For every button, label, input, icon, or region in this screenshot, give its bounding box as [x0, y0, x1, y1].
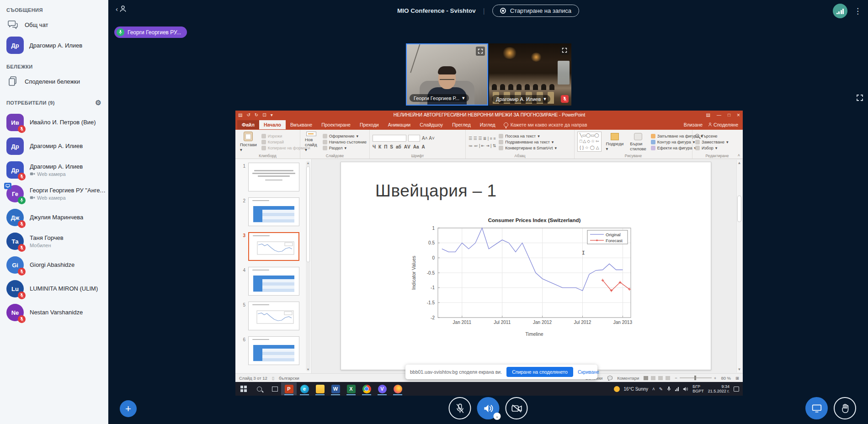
taskbar-app-explorer[interactable]	[312, 382, 328, 395]
user-list-item[interactable]: NeNestan Varshanidze	[0, 301, 108, 324]
layout-button[interactable]: Оформление ▾	[323, 134, 367, 138]
fullscreen-icon[interactable]	[560, 46, 569, 55]
tray-expand-icon[interactable]: ˄	[652, 387, 655, 392]
collapse-ribbon-icon[interactable]: ˄	[738, 153, 740, 158]
user-list-item[interactable]: ДжДжулия Маринчева	[0, 206, 108, 229]
share-button[interactable]: Споделяне	[708, 122, 738, 127]
ppt-tab-Вмъкване[interactable]: Вмъкване	[286, 120, 317, 129]
text-direction-button[interactable]: Посока на текст ▾	[499, 134, 557, 138]
ppt-tab-Проектиране[interactable]: Проектиране	[317, 120, 355, 129]
section-button[interactable]: Раздел ▾	[323, 146, 367, 150]
presentation-fullscreen-icon[interactable]	[856, 94, 863, 101]
font-style-button[interactable]: S	[390, 144, 393, 149]
ppt-tab-Преходи[interactable]: Преходи	[355, 120, 383, 129]
slide-thumbnail-3[interactable]: 3	[240, 232, 305, 261]
comments-label[interactable]: Коментари	[617, 376, 639, 381]
actions-plus-button[interactable]: +	[120, 400, 137, 417]
zoom-percent[interactable]: 80 %	[721, 376, 731, 381]
restore-button[interactable]: □	[728, 112, 730, 117]
start-slideshow-icon[interactable]: ⊡	[262, 112, 266, 117]
taskbar-search-icon[interactable]	[253, 383, 266, 395]
private-chat-item[interactable]: Др Драгомир А. Илиев	[0, 34, 108, 57]
slide-thumbnail-4[interactable]: 4	[240, 267, 305, 296]
language-label[interactable]: български	[279, 376, 299, 381]
user-list-item[interactable]: ТаТаня ГорчевМобилен	[0, 229, 108, 253]
replace-button[interactable]: Заместване ▾	[695, 140, 728, 144]
slide-thumbnail-5[interactable]: 5	[240, 302, 305, 330]
webcam-name-dropdown[interactable]: Драгомир А. Илиев▾	[492, 95, 550, 103]
font-style-button[interactable]: Аа	[413, 144, 419, 149]
task-view-icon[interactable]	[268, 383, 281, 395]
taskbar-app-chrome[interactable]	[359, 382, 374, 395]
network-icon[interactable]	[675, 387, 679, 391]
spellcheck-icon[interactable]: ▯	[272, 376, 274, 381]
fit-slide-icon[interactable]: ⊞	[735, 376, 739, 381]
taskbar-app-powerpoint[interactable]: P	[281, 382, 297, 395]
ppt-tab-Файл[interactable]: Файл	[237, 120, 259, 129]
quick-styles-button[interactable]: Бързи стилове	[628, 132, 648, 152]
taskbar-app-viber[interactable]: V	[374, 382, 390, 395]
convert-smartart-button[interactable]: Конвертиране в SmartArt ▾	[499, 146, 557, 150]
taskbar-app-word[interactable]: W	[328, 382, 343, 395]
audio-toggle-button[interactable]: ⌄	[477, 397, 500, 419]
paste-button[interactable]: Постави ▾	[238, 132, 259, 152]
pen-icon[interactable]: ✎	[659, 387, 663, 392]
ppt-tab-Изглед[interactable]: Изглед	[475, 120, 500, 129]
font-name-combobox[interactable]	[373, 135, 406, 142]
user-list-item[interactable]: ДрДрагомир А. Илиев	[0, 134, 108, 158]
font-style-button[interactable]: А	[422, 144, 425, 149]
audio-options-chevron[interactable]: ⌄	[494, 413, 501, 420]
select-button[interactable]: Избор ▾	[695, 146, 728, 150]
user-list-item[interactable]: ИвИвайло И. Петров (Вие)	[0, 111, 108, 134]
webcam-dragomir[interactable]: Драгомир А. Илиев▾	[489, 43, 571, 106]
language-indicator[interactable]: БГР BGPT	[692, 384, 704, 394]
redo-icon[interactable]: ↻	[255, 112, 258, 117]
canvas-scrollbar[interactable]: ▲ ▼	[736, 160, 742, 372]
ribbon-options-icon[interactable]: ▤	[706, 112, 710, 117]
ppt-tab-Начало[interactable]: Начало	[259, 120, 286, 129]
options-menu-button[interactable]: ⋮	[854, 6, 862, 16]
comments-toggle[interactable]: 💬	[607, 376, 612, 381]
font-style-button[interactable]: Ч	[373, 144, 376, 149]
start-button[interactable]	[237, 383, 250, 395]
ppt-tab-Анимации[interactable]: Анимации	[383, 120, 415, 129]
new-slide-button[interactable]: Нов слайд ▾	[303, 132, 320, 152]
speaker-icon[interactable]	[683, 387, 688, 392]
connection-status-icon[interactable]	[833, 4, 847, 18]
current-slide[interactable]: Швейцария – 1 Jan 2011Jul 2011Jan 2012Ju…	[341, 162, 711, 370]
user-list-item[interactable]: ДрДрагомир А. ИлиевWeb камера	[0, 158, 108, 182]
font-style-button[interactable]: аб	[396, 144, 401, 149]
webcam-georgi[interactable]: Георги Георгиев Р...▾	[406, 43, 488, 106]
view-switcher[interactable]	[644, 376, 670, 380]
font-style-button[interactable]: К	[378, 144, 381, 149]
action-center-icon[interactable]	[734, 387, 739, 392]
user-list-item[interactable]: ГеГеорги Георгиев РУ "Ангел Кънч…Web кам…	[0, 182, 108, 206]
webcam-name-dropdown[interactable]: Георги Георгиев Р...▾	[410, 94, 469, 102]
taskbar-app-excel[interactable]: X	[343, 382, 359, 395]
talking-indicator-pill[interactable]: Георги Георгиев РУ...	[114, 26, 187, 38]
hide-banner-link[interactable]: Скриване	[578, 369, 599, 375]
fullscreen-icon[interactable]	[476, 47, 485, 56]
undo-icon[interactable]: ↺	[246, 112, 250, 117]
weather-label[interactable]: 16°C Sunny	[624, 387, 648, 392]
ppt-tab-Слайдшоу[interactable]: Слайдшоу	[415, 120, 447, 129]
taskbar-app-firefox[interactable]	[390, 382, 405, 395]
font-size-combobox[interactable]	[408, 135, 420, 142]
slide-thumbnail-6[interactable]: 6	[240, 336, 305, 365]
raise-hand-button[interactable]	[834, 397, 856, 419]
mute-toggle-button[interactable]	[449, 397, 471, 419]
align-text-button[interactable]: Подравняване на текст ▾	[499, 140, 557, 144]
ppt-tab-Преглед[interactable]: Преглед	[447, 120, 475, 129]
weather-icon[interactable]	[614, 386, 620, 392]
toggle-userlist-button[interactable]: ‹	[116, 5, 127, 13]
arrange-button[interactable]: Подреди ▾	[604, 132, 626, 152]
thumbnails-scrollbar[interactable]: ▲ ▼	[306, 161, 310, 371]
user-list-item[interactable]: GiGiorgi Abashidze	[0, 253, 108, 277]
taskbar-app-edge[interactable]: e	[297, 382, 312, 395]
camera-toggle-button[interactable]	[506, 397, 528, 419]
manage-users-gear-icon[interactable]: ⚙	[95, 99, 101, 107]
clock[interactable]: 9:34 21.5.2022 г.	[708, 384, 730, 394]
font-style-button[interactable]: АV	[404, 144, 410, 149]
stop-sharing-button[interactable]: Спиране на споделянето	[506, 367, 573, 377]
tell-me-box[interactable]: Кажете ми какво искате да направ	[500, 122, 587, 127]
